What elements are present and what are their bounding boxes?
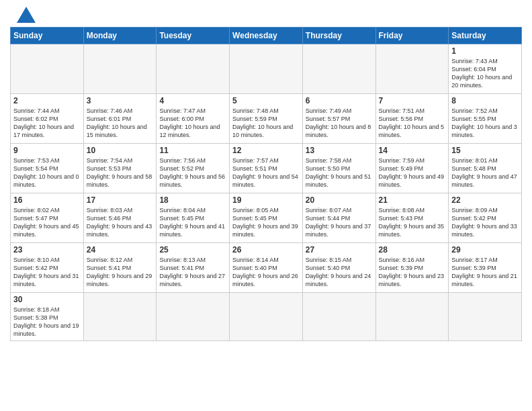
day-number: 27 [306, 245, 373, 255]
logo [10, 7, 36, 23]
day-number: 26 [232, 245, 300, 255]
logo-area [10, 7, 36, 23]
calendar-cell: 20Sunrise: 8:07 AM Sunset: 5:44 PM Dayli… [302, 193, 375, 243]
calendar-cell [375, 44, 449, 94]
calendar-cell: 15Sunrise: 8:01 AM Sunset: 5:48 PM Dayli… [449, 144, 522, 193]
calendar-cell [375, 293, 449, 341]
calendar-cell: 13Sunrise: 7:58 AM Sunset: 5:50 PM Dayli… [302, 144, 375, 193]
calendar-cell: 12Sunrise: 7:57 AM Sunset: 5:51 PM Dayli… [230, 144, 303, 193]
calendar-cell: 22Sunrise: 8:09 AM Sunset: 5:42 PM Dayli… [449, 193, 522, 243]
calendar-cell: 6Sunrise: 7:49 AM Sunset: 5:57 PM Daylig… [302, 94, 375, 144]
calendar-cell [230, 293, 303, 341]
day-number: 12 [232, 146, 300, 155]
page: SundayMondayTuesdayWednesdayThursdayFrid… [0, 0, 532, 411]
day-info: Sunrise: 8:04 AM Sunset: 5:45 PM Dayligh… [159, 206, 226, 239]
day-info: Sunrise: 8:10 AM Sunset: 5:42 PM Dayligh… [13, 256, 81, 289]
calendar-week-row: 9Sunrise: 7:53 AM Sunset: 5:54 PM Daylig… [11, 144, 522, 193]
day-info: Sunrise: 7:58 AM Sunset: 5:50 PM Dayligh… [306, 156, 373, 189]
day-info: Sunrise: 8:14 AM Sunset: 5:40 PM Dayligh… [232, 256, 300, 289]
day-info: Sunrise: 8:01 AM Sunset: 5:48 PM Dayligh… [451, 156, 519, 189]
day-info: Sunrise: 8:05 AM Sunset: 5:45 PM Dayligh… [232, 206, 300, 239]
header-friday: Friday [375, 28, 449, 44]
calendar-cell [230, 44, 303, 94]
day-number: 25 [159, 245, 226, 255]
logo-triangle-icon [17, 7, 36, 23]
calendar-cell: 26Sunrise: 8:14 AM Sunset: 5:40 PM Dayli… [230, 243, 303, 293]
calendar-cell [11, 44, 84, 94]
calendar-cell: 30Sunrise: 8:18 AM Sunset: 5:38 PM Dayli… [11, 293, 84, 341]
calendar-cell [302, 44, 375, 94]
day-number: 3 [87, 96, 154, 105]
calendar-cell: 7Sunrise: 7:51 AM Sunset: 5:56 PM Daylig… [375, 94, 449, 144]
day-number: 29 [451, 245, 519, 255]
day-number: 8 [451, 96, 519, 105]
calendar-cell [449, 293, 522, 341]
day-number: 13 [306, 146, 373, 155]
calendar-week-row: 30Sunrise: 8:18 AM Sunset: 5:38 PM Dayli… [11, 293, 522, 341]
day-number: 6 [306, 96, 373, 105]
calendar-cell: 4Sunrise: 7:47 AM Sunset: 6:00 PM Daylig… [157, 94, 230, 144]
calendar-cell: 17Sunrise: 8:03 AM Sunset: 5:46 PM Dayli… [83, 193, 157, 243]
calendar-cell [157, 44, 230, 94]
day-number: 23 [13, 245, 81, 255]
day-info: Sunrise: 8:12 AM Sunset: 5:41 PM Dayligh… [87, 256, 154, 289]
day-number: 20 [306, 195, 373, 205]
day-info: Sunrise: 8:16 AM Sunset: 5:39 PM Dayligh… [379, 256, 446, 289]
day-info: Sunrise: 8:15 AM Sunset: 5:40 PM Dayligh… [306, 256, 373, 289]
calendar-cell: 25Sunrise: 8:13 AM Sunset: 5:41 PM Dayli… [157, 243, 230, 293]
day-number: 28 [379, 245, 446, 255]
header [10, 7, 522, 23]
header-wednesday: Wednesday [230, 28, 303, 44]
calendar-cell: 11Sunrise: 7:56 AM Sunset: 5:52 PM Dayli… [157, 144, 230, 193]
day-info: Sunrise: 7:49 AM Sunset: 5:57 PM Dayligh… [306, 107, 373, 140]
day-number: 9 [13, 146, 81, 155]
day-info: Sunrise: 8:07 AM Sunset: 5:44 PM Dayligh… [306, 206, 373, 239]
day-number: 4 [159, 96, 226, 105]
calendar-cell: 19Sunrise: 8:05 AM Sunset: 5:45 PM Dayli… [230, 193, 303, 243]
calendar-cell: 14Sunrise: 7:59 AM Sunset: 5:49 PM Dayli… [375, 144, 449, 193]
day-info: Sunrise: 7:48 AM Sunset: 5:59 PM Dayligh… [232, 107, 300, 140]
day-info: Sunrise: 8:17 AM Sunset: 5:39 PM Dayligh… [451, 256, 519, 289]
calendar-week-row: 16Sunrise: 8:02 AM Sunset: 5:47 PM Dayli… [11, 193, 522, 243]
calendar-table: SundayMondayTuesdayWednesdayThursdayFrid… [10, 27, 522, 341]
header-monday: Monday [83, 28, 157, 44]
calendar-cell: 10Sunrise: 7:54 AM Sunset: 5:53 PM Dayli… [83, 144, 157, 193]
day-number: 5 [232, 96, 300, 105]
day-info: Sunrise: 7:54 AM Sunset: 5:53 PM Dayligh… [87, 156, 154, 189]
calendar-cell: 23Sunrise: 8:10 AM Sunset: 5:42 PM Dayli… [11, 243, 84, 293]
day-info: Sunrise: 7:44 AM Sunset: 6:02 PM Dayligh… [13, 107, 81, 140]
calendar-week-row: 23Sunrise: 8:10 AM Sunset: 5:42 PM Dayli… [11, 243, 522, 293]
calendar-cell: 27Sunrise: 8:15 AM Sunset: 5:40 PM Dayli… [302, 243, 375, 293]
day-number: 21 [379, 195, 446, 205]
calendar-cell: 28Sunrise: 8:16 AM Sunset: 5:39 PM Dayli… [375, 243, 449, 293]
day-number: 16 [13, 195, 81, 205]
day-number: 15 [451, 146, 519, 155]
calendar-cell: 9Sunrise: 7:53 AM Sunset: 5:54 PM Daylig… [11, 144, 84, 193]
calendar-cell: 24Sunrise: 8:12 AM Sunset: 5:41 PM Dayli… [83, 243, 157, 293]
calendar-week-row: 1Sunrise: 7:43 AM Sunset: 6:04 PM Daylig… [11, 44, 522, 94]
calendar-header-row: SundayMondayTuesdayWednesdayThursdayFrid… [11, 28, 522, 44]
day-info: Sunrise: 7:51 AM Sunset: 5:56 PM Dayligh… [379, 107, 446, 140]
day-number: 2 [13, 96, 81, 105]
calendar-cell: 21Sunrise: 8:08 AM Sunset: 5:43 PM Dayli… [375, 193, 449, 243]
header-saturday: Saturday [449, 28, 522, 44]
day-info: Sunrise: 8:08 AM Sunset: 5:43 PM Dayligh… [379, 206, 446, 239]
day-info: Sunrise: 7:52 AM Sunset: 5:55 PM Dayligh… [451, 107, 519, 140]
day-info: Sunrise: 7:47 AM Sunset: 6:00 PM Dayligh… [159, 107, 226, 140]
day-number: 30 [13, 295, 81, 304]
calendar-cell [83, 44, 157, 94]
day-number: 19 [232, 195, 300, 205]
day-info: Sunrise: 8:09 AM Sunset: 5:42 PM Dayligh… [451, 206, 519, 239]
day-info: Sunrise: 7:56 AM Sunset: 5:52 PM Dayligh… [159, 156, 226, 189]
day-info: Sunrise: 7:46 AM Sunset: 6:01 PM Dayligh… [87, 107, 154, 140]
day-number: 17 [87, 195, 154, 205]
calendar-cell: 5Sunrise: 7:48 AM Sunset: 5:59 PM Daylig… [230, 94, 303, 144]
calendar-cell: 1Sunrise: 7:43 AM Sunset: 6:04 PM Daylig… [449, 44, 522, 94]
day-number: 11 [159, 146, 226, 155]
day-number: 18 [159, 195, 226, 205]
calendar-cell: 29Sunrise: 8:17 AM Sunset: 5:39 PM Dayli… [449, 243, 522, 293]
calendar-cell: 8Sunrise: 7:52 AM Sunset: 5:55 PM Daylig… [449, 94, 522, 144]
calendar-cell: 2Sunrise: 7:44 AM Sunset: 6:02 PM Daylig… [11, 94, 84, 144]
header-thursday: Thursday [302, 28, 375, 44]
calendar-cell [83, 293, 157, 341]
